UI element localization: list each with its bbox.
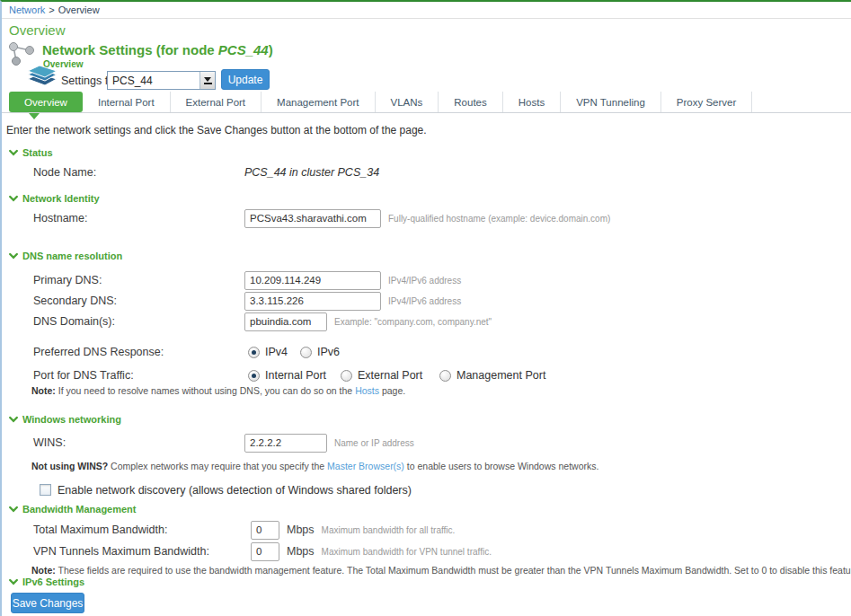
windows-section-header[interactable]: Windows networking [9,414,121,425]
dns-port-label: Port for DNS Traffic: [33,369,244,382]
preferred-ipv6-radio[interactable] [300,347,312,358]
wins-note-text: Complex networks may require that you sp… [108,461,327,471]
instruction-text: Enter the network settings and click the… [6,124,427,136]
dns-domains-hint: Example: "company.com, company.net" [334,317,492,327]
preferred-ipv4-radio[interactable] [248,347,260,358]
tab-internal-port[interactable]: Internal Port [83,92,171,112]
dns-note-suffix: page. [379,385,405,396]
hosts-page-link[interactable]: Hosts [355,385,379,396]
status-section-header[interactable]: Status [9,147,53,158]
primary-dns-row: Primary DNS: IPv4/IPv6 address [2,270,851,290]
secondary-dns-hint: IPv4/IPv6 address [388,296,461,306]
network-nodes-icon [6,40,37,66]
primary-dns-hint: IPv4/IPv6 address [388,276,461,286]
windows-section-title: Windows networking [22,414,121,425]
tab-hosts[interactable]: Hosts [503,92,561,112]
wins-note-suffix: to enable users to browse Windows networ… [404,461,599,471]
wins-row: WINS: Name or IP address [2,433,851,453]
tab-routes[interactable]: Routes [439,92,502,112]
layers-stack-icon [25,64,59,89]
hostname-label: Hostname: [33,212,244,224]
breadcrumb-divider [2,18,851,19]
dns-section-header[interactable]: DNS name resolution [9,251,122,261]
hostname-input[interactable] [244,209,381,228]
tab-overview[interactable]: Overview [9,92,83,112]
node-name-label: Node Name: [33,166,244,179]
section-heading-node: PCS_44 [218,42,269,57]
preferred-ipv6-option: IPv6 [300,346,340,358]
preferred-dns-label: Preferred DNS Response: [33,346,244,358]
tab-vpn-tunneling[interactable]: VPN Tunneling [561,92,661,112]
bandwidth-note: Note: These fields are required to use t… [31,565,851,576]
dns-port-internal-label: Internal Port [265,369,326,382]
bandwidth-section-header[interactable]: Bandwidth Management [9,504,137,515]
dns-note: Note: If you need to resolve names witho… [31,385,405,396]
wins-note: Not using WINS? Complex networks may req… [31,461,598,471]
wins-note-bold: Not using WINS? [31,461,108,471]
wins-hint: Name or IP address [334,438,414,448]
ipv6-section-title: IPv6 Settings [22,576,84,587]
vpn-bandwidth-row: VPN Tunnels Maximum Bandwidth: Mbps Maxi… [2,541,851,561]
bandwidth-note-text: These fields are required to use the ban… [56,565,851,576]
preferred-dns-row: Preferred DNS Response: IPv4 IPv6 [2,345,851,359]
dns-section-title: DNS name resolution [22,251,122,261]
dns-domains-input[interactable] [244,312,327,331]
master-browsers-link[interactable]: Master Browser(s) [327,461,404,471]
network-discovery-label: Enable network discovery (allows detecti… [58,484,412,497]
chevron-down-icon [9,195,18,202]
chevron-down-icon[interactable] [199,72,215,89]
dns-port-internal-option: Internal Port [248,369,341,382]
dns-port-management-radio[interactable] [439,370,451,382]
tab-vlans[interactable]: VLANs [376,92,439,112]
network-discovery-row: Enable network discovery (allows detecti… [2,483,851,497]
dns-port-internal-radio[interactable] [248,370,260,382]
ipv6-section-header[interactable]: IPv6 Settings [9,576,84,587]
chevron-down-icon [9,149,18,156]
primary-dns-input[interactable] [244,271,381,290]
vpn-bandwidth-input[interactable] [251,542,279,561]
network-identity-section-header[interactable]: Network Identity [9,193,100,204]
dns-port-management-label: Management Port [457,369,545,382]
breadcrumb-current: Overview [58,4,100,15]
update-button[interactable]: Update [221,69,270,90]
tab-external-port[interactable]: External Port [171,92,262,112]
total-bandwidth-input[interactable] [251,521,279,540]
vpn-bandwidth-unit: Mbps [287,545,315,558]
vpn-bandwidth-hint: Maximum bandwidth for VPN tunnel traffic… [322,547,492,557]
chevron-down-icon [9,416,18,423]
network-settings-page: Network > Overview Overview Network Sett… [0,0,851,616]
node-select-value: PCS_44 [108,75,199,87]
chevron-down-icon [9,252,18,260]
breadcrumb-separator: > [49,4,54,15]
bandwidth-section-title: Bandwidth Management [22,504,137,515]
dns-domains-label: DNS Domain(s): [33,315,244,328]
dns-port-external-radio[interactable] [341,370,352,382]
secondary-dns-input[interactable] [244,292,381,311]
network-identity-section-title: Network Identity [22,193,100,204]
breadcrumb: Network > Overview [9,4,100,15]
breadcrumb-network-link[interactable]: Network [9,4,45,15]
active-tab-pointer [29,113,40,119]
chevron-down-icon [9,578,18,585]
preferred-ipv4-label: IPv4 [265,346,288,358]
hostname-row: Hostname: Fully-qualified hostname (exam… [2,208,851,228]
total-bandwidth-label: Total Maximum Bandwidth: [33,524,244,536]
save-changes-button[interactable]: Save Changes [11,593,84,613]
node-select[interactable]: PCS_44 [107,71,216,90]
primary-dns-label: Primary DNS: [33,274,244,286]
preferred-ipv4-option: IPv4 [248,346,288,358]
tab-proxy-server[interactable]: Proxy Server [661,92,752,112]
wins-input[interactable] [244,434,327,453]
network-discovery-checkbox[interactable] [40,484,51,496]
bandwidth-note-bold: Note: [31,565,56,576]
dns-port-row: Port for DNS Traffic: Internal Port Exte… [2,368,851,383]
status-section-title: Status [22,147,53,158]
dns-port-management-option: Management Port [439,369,545,382]
section-heading: Network Settings (for node PCS_44) [42,42,273,57]
tab-management-port[interactable]: Management Port [262,92,375,112]
dns-note-text: If you need to resolve names without usi… [56,385,355,396]
node-name-row: Node Name: PCS_44 in cluster PCS_34 [2,164,851,180]
total-bandwidth-hint: Maximum bandwidth for all traffic. [322,525,456,535]
dns-port-external-option: External Port [341,369,439,382]
secondary-dns-row: Secondary DNS: IPv4/IPv6 address [2,291,851,311]
